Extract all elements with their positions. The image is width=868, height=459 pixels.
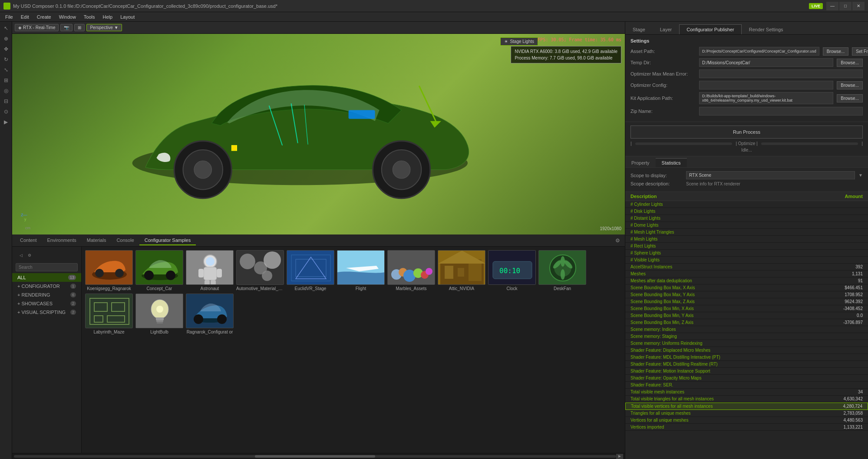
camera-icon-btn[interactable]: 📷: [60, 24, 73, 31]
stats-row: Shader Feature: Displaced Micro Meshes: [625, 347, 868, 354]
item-name: Labyrinth_Maze: [85, 330, 133, 334]
tab-materials[interactable]: Materials: [82, 236, 112, 245]
tab-configurator-publisher[interactable]: Configurator Publisher: [679, 24, 741, 34]
tab-statistics[interactable]: Statistics: [656, 158, 687, 167]
kit-app-row: Kit Application Path: D:/Builds/kit-app-…: [630, 92, 863, 104]
item-name: DeskFan: [538, 286, 586, 291]
search-input[interactable]: [16, 263, 78, 271]
browse-temp-btn[interactable]: Browse...: [837, 59, 863, 67]
list-item[interactable]: 00:10 Clock: [488, 250, 536, 291]
category-all[interactable]: ALL13: [12, 273, 81, 282]
category-configurator[interactable]: + CONFIGURATOR1: [12, 282, 81, 291]
list-item[interactable]: LightBulb: [135, 294, 183, 334]
list-item[interactable]: Labyrinth_Maze: [85, 294, 133, 334]
stats-row: Scene Bounding Box Max, Y Axis 1708.952: [625, 291, 868, 298]
tab-console[interactable]: Console: [111, 236, 139, 245]
set-from-stage-btn[interactable]: Set From Current Stage: [852, 47, 868, 56]
svg-rect-25: [211, 280, 216, 285]
list-item[interactable]: Ragnarok_Configurat or: [186, 294, 234, 334]
optimizer-mean-value: [699, 69, 863, 78]
category-settings-btn[interactable]: ⚙: [26, 252, 33, 259]
rtx-icon: ◈: [18, 25, 22, 30]
toolbar-move-btn[interactable]: ✥: [1, 44, 11, 54]
category-rendering[interactable]: + RENDERING6: [12, 291, 81, 299]
zip-name-value: [699, 107, 863, 116]
rtx-realtime-btn[interactable]: ◈ RTX - Real-Time: [15, 24, 59, 31]
browse-kit-btn[interactable]: Browse...: [837, 94, 863, 102]
item-thumbnail: [135, 294, 183, 328]
tab-stage[interactable]: Stage: [625, 24, 653, 34]
stats-description: Scene memory: Uniforms Reindexing: [630, 341, 703, 346]
scope-controls: Scope to display: RTX Scene ▼ Scope desc…: [625, 168, 868, 192]
horizontal-scrollbar[interactable]: ▶: [12, 453, 625, 459]
list-item[interactable]: Koenigsegg_Ragnarok: [85, 250, 133, 291]
list-item[interactable]: DeskFan: [538, 250, 586, 291]
toolbar-snap-btn[interactable]: ⊟: [1, 96, 11, 106]
minimize-button[interactable]: —: [826, 2, 838, 10]
category-nav-btn[interactable]: ◁: [17, 252, 24, 259]
sun-icon: ☀: [504, 39, 508, 44]
tab-environments[interactable]: Environments: [42, 236, 82, 245]
tab-layer[interactable]: Layer: [653, 24, 680, 34]
list-item[interactable]: Concept_Car: [135, 250, 183, 291]
zip-name-row: Zip Name:: [630, 107, 863, 116]
toolbar-arrow-btn[interactable]: ↖: [1, 23, 11, 33]
tab-configurator-samples[interactable]: Configurator Samples: [139, 236, 196, 245]
stats-value: 9624.392: [845, 299, 863, 304]
stats-description: # Distant Lights: [630, 216, 660, 221]
stats-row: Triangles for all unique meshes 2,783,05…: [625, 410, 868, 417]
list-item[interactable]: EuclidVR_Stage: [287, 250, 334, 291]
list-item[interactable]: Flight: [337, 250, 385, 291]
menu-edit[interactable]: Edit: [17, 13, 33, 20]
toolbar-select-btn[interactable]: ⊕: [1, 34, 11, 43]
stats-row: # Rect Lights: [625, 243, 868, 250]
stats-row: Shader Feature: Motion Instance Support: [625, 368, 868, 375]
maximize-button[interactable]: □: [839, 2, 851, 10]
menu-help[interactable]: Help: [99, 13, 116, 20]
toolbar-transform-btn[interactable]: ⊞: [1, 76, 11, 85]
list-item[interactable]: Automotive_Material_Library_Pristine: [236, 250, 284, 291]
svg-rect-48: [458, 268, 464, 277]
stats-row: Scene Bounding Box Max, X Axis $466.451: [625, 284, 868, 291]
menu-layout[interactable]: Layout: [117, 13, 138, 20]
toolbar-rotate-btn[interactable]: ↻: [1, 55, 11, 64]
tab-content[interactable]: Content: [15, 236, 42, 245]
stats-description: Total visible mesh instances: [630, 390, 684, 394]
menu-window[interactable]: Window: [56, 13, 79, 20]
scroll-right-btn[interactable]: ▶: [616, 454, 623, 459]
stats-description: Shader Feature: Opacity Micro Maps: [630, 376, 701, 380]
item-name: Astronaut: [186, 286, 234, 291]
stats-description: Scene Bounding Box Min, Z Axis: [630, 320, 693, 325]
main-layout: ↖ ⊕ ✥ ↻ ⤡ ⊞ ◎ ⊟ ⊙ ▶ ◈ RTX - Real-Time 📷 …: [0, 22, 868, 459]
stats-description: Vertices imported: [630, 425, 664, 429]
run-process-button[interactable]: Run Process: [630, 125, 863, 139]
close-button[interactable]: ✕: [852, 2, 865, 10]
perspective-btn[interactable]: Perspective ▼: [86, 24, 122, 31]
stats-row: Scene memory: Indices: [625, 326, 868, 333]
list-item[interactable]: Attic_NVIDIA: [438, 250, 485, 291]
menu-tools[interactable]: Tools: [80, 13, 99, 20]
stats-panel: Property Statistics Scope to display: RT…: [625, 156, 868, 459]
tab-render-settings[interactable]: Render Settings: [742, 24, 791, 34]
toolbar-play-btn[interactable]: ▶: [1, 117, 11, 127]
viewport[interactable]: ☀ Stage Lights FPS: 30.05; Frame time: 3…: [12, 34, 625, 234]
item-name: Koenigsegg_Ragnarok: [85, 286, 133, 291]
toolbar-gizmo-btn[interactable]: ⊙: [1, 107, 11, 116]
temp-dir-label: Temp Dir:: [630, 60, 696, 65]
category-showcases[interactable]: + SHOWCASES2: [12, 299, 81, 308]
browse-asset-btn[interactable]: Browse...: [823, 47, 849, 56]
list-item[interactable]: Marbles_Assets: [387, 250, 435, 291]
toolbar-scale-btn[interactable]: ⤡: [1, 65, 11, 75]
category-visual-scripting[interactable]: + VISUAL SCRIPTING2: [12, 308, 81, 317]
grid-btn[interactable]: ⊞: [74, 24, 85, 31]
tab-property[interactable]: Property: [625, 158, 656, 167]
list-item[interactable]: Astronaut: [186, 250, 234, 291]
left-toolbar: ↖ ⊕ ✥ ↻ ⤡ ⊞ ◎ ⊟ ⊙ ▶: [0, 22, 12, 459]
menu-create[interactable]: Create: [33, 13, 55, 20]
browse-optimizer-btn[interactable]: Browse...: [837, 81, 863, 89]
toolbar-camera-btn[interactable]: ◎: [1, 86, 11, 96]
menu-file[interactable]: File: [2, 13, 17, 20]
categories-sidebar: ◁ ⚙ ALL13 + CONFIGURATOR1 + RENDERIN: [12, 247, 82, 453]
content-settings-btn[interactable]: ⚙: [613, 236, 622, 245]
scope-display-select[interactable]: RTX Scene: [686, 171, 855, 179]
